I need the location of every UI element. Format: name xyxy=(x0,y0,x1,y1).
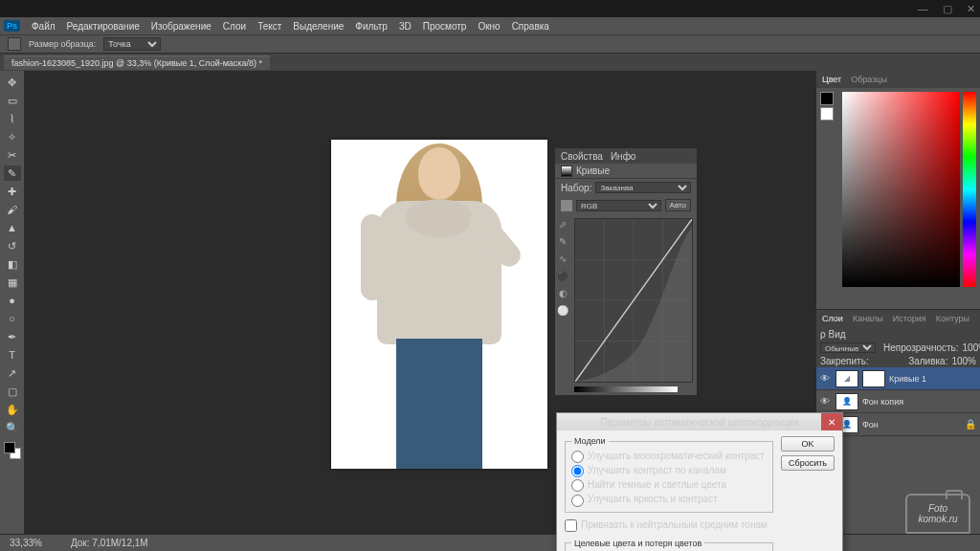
menu-bar: Ps Файл Редактирование Изображение Слои … xyxy=(0,17,980,34)
black-dropper[interactable]: ⚫ xyxy=(557,270,568,281)
menu-3d[interactable]: 3D xyxy=(399,21,412,32)
options-bar: Размер образца: Точка xyxy=(0,34,980,54)
doc-size[interactable]: Док: 7,01M/12,1M xyxy=(71,538,148,548)
input-gradient xyxy=(574,386,678,392)
layer-row-copy[interactable]: 👁👤Фон копия xyxy=(816,390,980,413)
dialog-close-button[interactable]: ✕ xyxy=(821,413,842,430)
type-tool[interactable]: T xyxy=(4,347,21,363)
watermark: Fotokomok.ru xyxy=(905,494,970,534)
visibility-icon[interactable]: 👁 xyxy=(820,373,832,384)
maximize-button[interactable]: ▢ xyxy=(943,3,952,15)
dialog-title: Параметры автоматической цветокоррекции xyxy=(600,417,799,428)
move-tool[interactable]: ✥ xyxy=(4,75,21,90)
color-field[interactable] xyxy=(842,92,960,287)
stamp-tool[interactable]: ▲ xyxy=(4,220,21,235)
menu-view[interactable]: Просмотр xyxy=(423,21,467,32)
document-tabs: fashion-1623085_1920.jpg @ 33,3% (Кривые… xyxy=(0,54,980,71)
snap-neutral-check[interactable]: Привязать к нейтральным средним тонам xyxy=(565,518,773,533)
curves-panel: СвойстваИнфо Кривые Набор:Заказная RGBАв… xyxy=(554,147,698,396)
menu-window[interactable]: Окно xyxy=(478,21,500,32)
brush-tool[interactable]: 🖌 xyxy=(4,202,21,217)
canvas-area[interactable]: СвойстваИнфо Кривые Набор:Заказная RGBАв… xyxy=(25,71,815,534)
history-tab[interactable]: История xyxy=(893,314,926,323)
document-tab[interactable]: fashion-1623085_1920.jpg @ 33,3% (Кривые… xyxy=(4,55,270,70)
close-button[interactable]: ✕ xyxy=(967,3,975,15)
gradient-tool[interactable]: ▦ xyxy=(4,275,21,290)
curve-point-tool[interactable]: ⬀ xyxy=(557,218,568,230)
ok-button[interactable]: OK xyxy=(781,436,835,452)
fill-value[interactable]: 100% xyxy=(951,356,976,366)
sample-size-select[interactable]: Точка xyxy=(103,37,161,51)
mask-thumb xyxy=(862,370,885,387)
curves-graph[interactable] xyxy=(574,218,693,383)
lock-label: Закрепить: xyxy=(820,356,869,366)
auto-button[interactable]: Авто xyxy=(665,199,691,211)
lock-icon: 🔒 xyxy=(965,419,976,430)
smooth-tool[interactable]: ∿ xyxy=(557,253,568,264)
layers-tab[interactable]: Слои xyxy=(822,314,843,323)
color-swatches[interactable] xyxy=(4,442,21,459)
blur-tool[interactable]: ● xyxy=(4,293,21,308)
radio-darklight[interactable]: Найти темные и светлые цвета xyxy=(571,478,767,493)
tool-preset-icon[interactable] xyxy=(8,37,21,51)
eraser-tool[interactable]: ◧ xyxy=(4,256,21,272)
crop-tool[interactable]: ✂ xyxy=(4,147,21,163)
eyedropper-tool[interactable]: ✎ xyxy=(4,165,21,181)
curves-title: Кривые xyxy=(576,165,610,176)
menu-layers[interactable]: Слои xyxy=(223,21,246,32)
path-tool[interactable]: ↗ xyxy=(4,365,21,381)
curves-thumb: ◢ xyxy=(835,370,858,387)
white-dropper[interactable]: ⚪ xyxy=(557,304,568,316)
channel-select[interactable]: RGB xyxy=(576,200,661,211)
visibility-icon[interactable]: 👁 xyxy=(820,396,832,407)
pen-tool[interactable]: ✒ xyxy=(4,329,21,344)
opacity-label: Непрозрачность: xyxy=(883,342,959,353)
hand-tool[interactable]: ✋ xyxy=(4,402,21,417)
swatches-tab[interactable]: Образцы xyxy=(851,75,887,84)
color-tab[interactable]: Цвет xyxy=(822,75,841,84)
preset-label: Набор: xyxy=(561,183,591,193)
zoom-tool[interactable]: 🔍 xyxy=(4,420,21,435)
fg-swatch[interactable] xyxy=(820,92,834,105)
radio-channel[interactable]: Улучшить контраст по каналам xyxy=(571,464,767,478)
layer-filter[interactable]: ρ Вид xyxy=(820,329,846,340)
radio-mono[interactable]: Улучшить монохроматический контраст xyxy=(571,450,767,464)
hue-slider[interactable] xyxy=(963,92,976,287)
blend-mode-select[interactable]: Обычные xyxy=(820,342,876,353)
marquee-tool[interactable]: ▭ xyxy=(4,93,21,108)
layer-thumb: 👤 xyxy=(835,393,858,410)
heal-tool[interactable]: ✚ xyxy=(4,184,21,199)
preset-select[interactable]: Заказная xyxy=(595,182,691,193)
wand-tool[interactable]: ✧ xyxy=(4,129,21,144)
channels-tab[interactable]: Каналы xyxy=(853,314,883,323)
minimize-button[interactable]: — xyxy=(918,3,928,14)
menu-text[interactable]: Текст xyxy=(257,21,281,32)
cancel-button[interactable]: Сбросить xyxy=(781,455,835,471)
bg-swatch[interactable] xyxy=(820,107,834,121)
auto-color-dialog: Параметры автоматической цветокоррекции✕… xyxy=(556,412,843,551)
curves-icon xyxy=(561,165,572,177)
layer-row-curves[interactable]: 👁◢Кривые 1 xyxy=(816,367,980,390)
history-brush-tool[interactable]: ↺ xyxy=(4,238,21,253)
menu-edit[interactable]: Редактирование xyxy=(67,21,140,32)
menu-file[interactable]: Файл xyxy=(32,21,56,32)
menu-select[interactable]: Выделение xyxy=(293,21,344,32)
zoom-level[interactable]: 33,33% xyxy=(10,538,42,548)
lasso-tool[interactable]: ⌇ xyxy=(4,111,21,126)
window-titlebar: — ▢ ✕ xyxy=(0,0,980,17)
color-panel: ЦветОбразцы xyxy=(816,71,980,310)
paths-tab[interactable]: Контуры xyxy=(936,314,969,323)
properties-tab[interactable]: Свойства xyxy=(561,151,603,162)
gray-dropper[interactable]: ◐ xyxy=(557,287,568,298)
opacity-value[interactable]: 100% xyxy=(963,342,980,353)
menu-filter[interactable]: Фильтр xyxy=(355,21,388,32)
menu-image[interactable]: Изображение xyxy=(151,21,212,32)
shape-tool[interactable]: ▢ xyxy=(4,384,21,399)
dodge-tool[interactable]: ○ xyxy=(4,311,21,326)
document-image xyxy=(331,140,547,469)
radio-brightness[interactable]: Улучшить яркость и контраст xyxy=(571,493,767,507)
menu-help[interactable]: Справка xyxy=(512,21,549,32)
info-tab[interactable]: Инфо xyxy=(611,151,636,162)
curve-draw-tool[interactable]: ✎ xyxy=(557,235,568,247)
fill-label: Заливка: xyxy=(908,356,947,366)
